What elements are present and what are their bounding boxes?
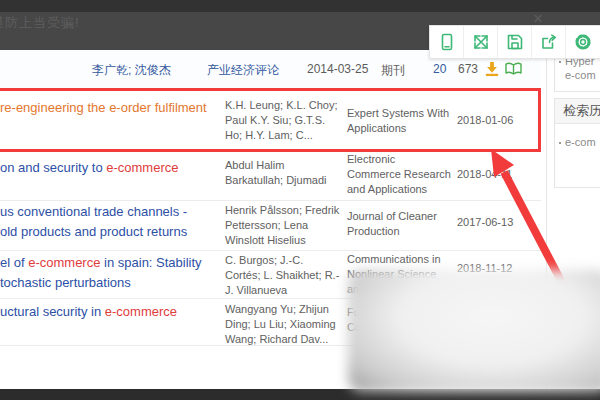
highlighted-keyword: e-commerce (106, 160, 178, 175)
mobile-view-button[interactable] (430, 26, 464, 58)
expand-icon (472, 33, 490, 51)
result-authors[interactable]: Abdul Halim Barkatullah; Djumadi (225, 158, 341, 188)
read-online-book-icon[interactable] (505, 62, 522, 80)
row-divider (0, 200, 541, 201)
result-journal[interactable]: Journal of Cleaner Production (347, 209, 451, 239)
mobile-icon (438, 33, 456, 51)
row-divider (0, 250, 541, 251)
result-authors[interactable]: Wangyang Yu; Zhijun Ding; Lu Liu; Xiaomi… (225, 302, 341, 347)
table-row: on and security to e-commerce Abdul Hali… (0, 152, 541, 200)
download-count: 673 (458, 62, 478, 76)
fullscreen-button[interactable] (464, 26, 498, 58)
annotation-highlight-box (0, 88, 541, 152)
table-row: us conventional trade channels - old pro… (0, 201, 541, 250)
result-title-link[interactable]: tochastic perturbations (0, 275, 131, 290)
result-journal-link[interactable]: 产业经济评论 (207, 62, 279, 79)
highlighted-keyword: e-commerce (28, 255, 100, 270)
result-title-link[interactable]: old products and product returns (0, 224, 187, 239)
result-date: 2014-03-25 (307, 62, 368, 76)
settings-button[interactable] (566, 26, 600, 58)
download-icon[interactable] (484, 61, 500, 81)
gear-icon (574, 33, 592, 51)
result-title-link[interactable]: us conventional trade channels - (0, 204, 187, 219)
result-authors[interactable]: C. Burgos; J.-C. Cortés; L. Shaikhet; R.… (225, 253, 341, 298)
floating-toolbar (429, 25, 600, 59)
result-date: 2017-06-13 (457, 216, 513, 228)
publication-type: 期刊 (381, 62, 405, 79)
result-title-link[interactable]: uctural security in e-commerce (0, 304, 177, 319)
result-title-link[interactable]: el of e-commerce in spain: Stability (0, 255, 202, 270)
bullet-dot (559, 142, 561, 144)
sidebar-link-line2: e-com (555, 69, 600, 81)
save-button[interactable] (498, 26, 532, 58)
share-icon (540, 33, 558, 51)
search-history-item[interactable]: e-com (555, 136, 600, 148)
result-journal[interactable]: Electronic Commerce Research and Applica… (347, 152, 451, 197)
blurred-region (348, 270, 600, 392)
header-top-strip (0, 0, 600, 12)
search-history-panel: 检索历 e-com (554, 98, 600, 188)
search-history-title: 检索历 (555, 99, 600, 124)
result-date: 2018-04-11 (457, 168, 512, 180)
save-icon (506, 33, 524, 51)
result-authors-link[interactable]: 李广乾; 沈俊杰 (92, 62, 171, 79)
search-results-page: 谨防上当受骗! × 李广乾; 沈俊杰 产业经济评论 2014-03-25 期刊 … (0, 0, 600, 400)
cited-count-link[interactable]: 20 (433, 62, 446, 76)
highlighted-keyword: e-commerce (105, 304, 177, 319)
bullet-dot (559, 61, 561, 63)
result-title-link[interactable]: on and security to e-commerce (0, 160, 178, 175)
share-button[interactable] (532, 26, 566, 58)
scam-warning-text: 谨防上当受骗! (0, 14, 80, 32)
result-authors[interactable]: Henrik Pålsson; Fredrik Pettersson; Lena… (225, 203, 341, 248)
